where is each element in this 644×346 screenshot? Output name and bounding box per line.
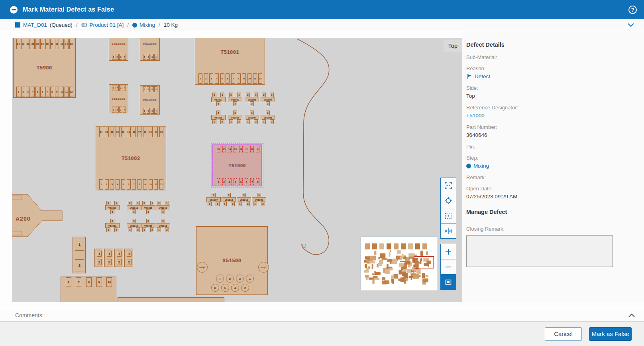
breadcrumb-step-link[interactable]: Mixing bbox=[139, 22, 155, 28]
step-circle-icon bbox=[466, 164, 471, 168]
component-V51001[interactable]: V51001213 bbox=[211, 93, 226, 106]
component-V512000[interactable]: V5120001234 bbox=[140, 38, 160, 61]
pin: 3 bbox=[146, 219, 150, 223]
component-r2[interactable]: 12 bbox=[124, 249, 133, 267]
breadcrumb-material-link[interactable]: MAT_D01 bbox=[23, 22, 47, 28]
pin: 2 bbox=[204, 73, 208, 84]
component-V51002[interactable]: V51002213 bbox=[228, 93, 242, 106]
component-V51017[interactable]: V51017312 bbox=[206, 193, 221, 206]
component-V51008[interactable]: V51008312 bbox=[261, 111, 275, 124]
pin: 6 bbox=[226, 73, 230, 84]
zoom-in-button[interactable] bbox=[440, 244, 456, 259]
component-label: V512000 bbox=[140, 42, 159, 45]
component-T51002[interactable]: T510022423222120191817161514131234567891… bbox=[96, 126, 166, 190]
component-V51003[interactable]: V51003213 bbox=[245, 93, 259, 106]
pin: 1 bbox=[136, 201, 140, 206]
component-T51001[interactable]: T51001123456789101112 bbox=[195, 38, 265, 85]
component-label: T51002 bbox=[96, 156, 166, 161]
component-label: V51010 bbox=[130, 207, 138, 209]
component-A200[interactable]: A200 bbox=[12, 194, 62, 237]
pin: 3 bbox=[119, 107, 122, 113]
field-label: Pin: bbox=[466, 143, 613, 150]
component-strip[interactable] bbox=[118, 297, 224, 302]
mirror-flip-icon bbox=[444, 227, 452, 235]
component-T5900[interactable]: T590024232221201918171615141312345678910… bbox=[13, 38, 76, 98]
pin: 1 bbox=[16, 87, 20, 97]
pin: 7 bbox=[76, 277, 81, 287]
component-V51019[interactable]: V51019312 bbox=[237, 193, 251, 206]
pin: 1 bbox=[198, 73, 202, 84]
pin: 3 bbox=[119, 54, 122, 60]
component-hstrip[interactable]: 678910 bbox=[61, 277, 116, 302]
breadcrumb-quantity: 10 Kg bbox=[164, 22, 178, 28]
board-canvas[interactable]: T590024232221201918171615141312345678910… bbox=[12, 38, 462, 302]
component-r2[interactable]: 12 bbox=[94, 249, 103, 267]
component-V51015[interactable]: V51015312 bbox=[141, 219, 155, 232]
pin: 1 bbox=[246, 119, 250, 124]
fit-view-button[interactable] bbox=[440, 274, 456, 290]
cancel-button[interactable]: Cancel bbox=[545, 327, 582, 341]
component-X51500[interactable]: X51500body1body275318642 bbox=[196, 226, 268, 295]
pin: 2 bbox=[262, 93, 266, 97]
component-V512001[interactable]: V51200187651234 bbox=[140, 85, 160, 115]
board-side-tab[interactable]: Top bbox=[444, 40, 462, 52]
component-V51014[interactable]: V51014312 bbox=[127, 219, 141, 232]
component-label: V51009 bbox=[108, 207, 117, 209]
detail-field: Part Number:3640646 bbox=[466, 123, 613, 139]
detail-field: Step:Mixing bbox=[466, 154, 613, 170]
pin: 8 bbox=[112, 85, 115, 91]
component-r2[interactable]: 12 bbox=[104, 249, 113, 267]
crosshair-button[interactable] bbox=[440, 193, 456, 208]
component-V51007[interactable]: V51007312 bbox=[245, 111, 259, 124]
field-value[interactable]: Mixing bbox=[466, 162, 613, 170]
component-V512002[interactable]: V5120021234 bbox=[109, 38, 128, 61]
breadcrumb-product-link[interactable]: Product 01 [A] bbox=[90, 22, 124, 28]
defect-component-T51000[interactable]: T5100016151413121110912345678 bbox=[212, 144, 262, 186]
mark-defect-dialog: Mark Material Defect as False ? MAT_D01 … bbox=[0, 0, 644, 346]
component-V51004[interactable]: V51004213 bbox=[261, 93, 275, 106]
component-V51009[interactable]: V51009213 bbox=[105, 201, 120, 214]
pin: 10 bbox=[250, 146, 254, 152]
zoom-out-button[interactable] bbox=[440, 259, 456, 275]
component-V51012[interactable]: V51012213 bbox=[156, 201, 170, 214]
component-V51010[interactable]: V51010213 bbox=[127, 201, 141, 214]
component-V51020[interactable]: V51020312 bbox=[252, 193, 266, 206]
component-r2[interactable]: 12 bbox=[73, 237, 86, 273]
component-V51011[interactable]: V51011213 bbox=[141, 201, 155, 214]
component-V51005[interactable]: V51005312 bbox=[211, 111, 226, 124]
closing-remark-input[interactable] bbox=[466, 235, 613, 267]
component-V51013[interactable]: V51013312 bbox=[105, 219, 120, 232]
component-r2[interactable]: 12 bbox=[114, 249, 123, 267]
minimap[interactable] bbox=[361, 237, 437, 290]
pin: 2 bbox=[116, 54, 119, 60]
pin: 5 bbox=[220, 73, 224, 84]
pin: 11 bbox=[245, 146, 248, 152]
field-label: Step: bbox=[466, 154, 613, 162]
pin: 5 bbox=[154, 86, 157, 92]
component-V51016[interactable]: V51016312 bbox=[156, 219, 170, 232]
pin: 11 bbox=[253, 73, 257, 84]
fit-frame-button[interactable] bbox=[440, 178, 456, 193]
component-V51006[interactable]: V51006312 bbox=[228, 111, 242, 124]
pin: 14 bbox=[228, 146, 232, 152]
material-status: (Queued) bbox=[50, 22, 73, 28]
component-V51018[interactable]: V51018312 bbox=[222, 193, 236, 206]
chevron-down-icon[interactable] bbox=[626, 22, 635, 28]
field-value[interactable]: Defect bbox=[466, 72, 613, 81]
help-icon[interactable]: ? bbox=[628, 6, 637, 14]
pin: 3 bbox=[216, 111, 220, 115]
comments-label: Comments: bbox=[15, 312, 44, 318]
mark-as-false-button[interactable]: Mark as False bbox=[589, 327, 632, 341]
pin: 20 bbox=[121, 127, 125, 137]
chevron-up-icon[interactable] bbox=[627, 312, 636, 318]
component-label: V512001 bbox=[140, 99, 159, 101]
pin: 21 bbox=[31, 39, 35, 49]
component-V512003[interactable]: V51200387651234 bbox=[109, 84, 128, 113]
pin: 14 bbox=[65, 39, 69, 49]
area-select-button[interactable] bbox=[440, 208, 456, 223]
pin: 1 bbox=[254, 93, 258, 97]
pin: 9 bbox=[96, 277, 102, 287]
pin: 1 bbox=[208, 202, 212, 206]
mirror-flip-button[interactable] bbox=[440, 223, 456, 239]
pin: 1 bbox=[220, 93, 224, 97]
